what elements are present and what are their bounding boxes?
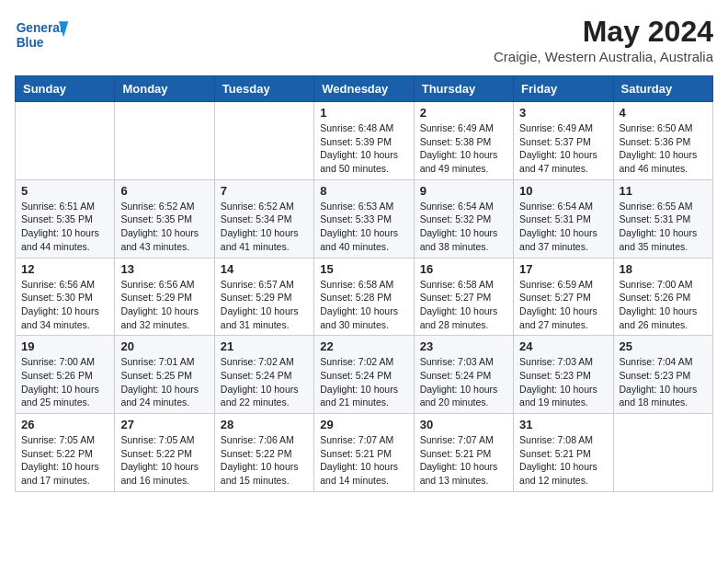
calendar-table: SundayMondayTuesdayWednesdayThursdayFrid… (15, 75, 713, 492)
day-number: 21 (221, 339, 308, 353)
calendar-cell: 2Sunrise: 6:49 AM Sunset: 5:38 PM Daylig… (414, 102, 513, 180)
calendar-cell (115, 102, 214, 180)
day-info: Sunrise: 6:56 AM Sunset: 5:29 PM Dayligh… (120, 278, 208, 332)
calendar-cell: 9Sunrise: 6:54 AM Sunset: 5:32 PM Daylig… (414, 179, 513, 258)
calendar-week-row: 19Sunrise: 7:00 AM Sunset: 5:26 PM Dayli… (16, 336, 713, 414)
title-block: May 2024 Craigie, Western Australia, Aus… (494, 15, 713, 64)
calendar-cell: 22Sunrise: 7:02 AM Sunset: 5:24 PM Dayli… (314, 336, 414, 414)
calendar-cell: 14Sunrise: 6:57 AM Sunset: 5:29 PM Dayli… (214, 258, 313, 336)
day-number: 17 (519, 262, 607, 276)
calendar-cell: 15Sunrise: 6:58 AM Sunset: 5:28 PM Dayli… (314, 258, 414, 336)
day-number: 10 (519, 184, 607, 198)
calendar-cell: 11Sunrise: 6:55 AM Sunset: 5:31 PM Dayli… (613, 179, 712, 258)
weekday-header: Tuesday (214, 76, 313, 102)
calendar-cell: 3Sunrise: 6:49 AM Sunset: 5:37 PM Daylig… (514, 102, 613, 180)
calendar-cell: 10Sunrise: 6:54 AM Sunset: 5:31 PM Dayli… (514, 179, 613, 258)
calendar-cell: 18Sunrise: 7:00 AM Sunset: 5:26 PM Dayli… (613, 258, 712, 336)
day-info: Sunrise: 6:52 AM Sunset: 5:35 PM Dayligh… (120, 200, 208, 254)
day-info: Sunrise: 7:03 AM Sunset: 5:23 PM Dayligh… (519, 355, 607, 409)
page-subtitle: Craigie, Western Australia, Australia (494, 49, 713, 64)
weekday-header: Sunday (16, 76, 115, 102)
day-info: Sunrise: 6:51 AM Sunset: 5:35 PM Dayligh… (21, 200, 108, 254)
weekday-header: Thursday (414, 76, 513, 102)
day-number: 16 (420, 262, 507, 276)
calendar-cell (613, 414, 712, 492)
calendar-cell: 6Sunrise: 6:52 AM Sunset: 5:35 PM Daylig… (115, 179, 214, 258)
day-number: 29 (320, 418, 407, 431)
day-number: 11 (620, 184, 707, 198)
calendar-cell: 30Sunrise: 7:07 AM Sunset: 5:21 PM Dayli… (414, 414, 513, 492)
calendar-cell: 24Sunrise: 7:03 AM Sunset: 5:23 PM Dayli… (514, 336, 613, 414)
calendar-cell: 23Sunrise: 7:03 AM Sunset: 5:24 PM Dayli… (414, 336, 513, 414)
calendar-cell: 31Sunrise: 7:08 AM Sunset: 5:21 PM Dayli… (514, 414, 613, 492)
logo-icon: General Blue (15, 15, 70, 53)
calendar-week-row: 12Sunrise: 6:56 AM Sunset: 5:30 PM Dayli… (16, 258, 713, 336)
calendar-cell: 7Sunrise: 6:52 AM Sunset: 5:34 PM Daylig… (214, 179, 313, 258)
day-number: 26 (21, 418, 108, 431)
day-number: 22 (320, 339, 407, 353)
calendar-cell (16, 102, 115, 180)
calendar-week-row: 26Sunrise: 7:05 AM Sunset: 5:22 PM Dayli… (16, 414, 713, 492)
calendar-cell: 27Sunrise: 7:05 AM Sunset: 5:22 PM Dayli… (115, 414, 214, 492)
day-number: 23 (420, 339, 507, 353)
calendar-week-row: 1Sunrise: 6:48 AM Sunset: 5:39 PM Daylig… (16, 102, 713, 180)
weekday-header: Saturday (613, 76, 712, 102)
day-number: 27 (120, 418, 208, 431)
calendar-cell: 17Sunrise: 6:59 AM Sunset: 5:27 PM Dayli… (514, 258, 613, 336)
day-info: Sunrise: 7:05 AM Sunset: 5:22 PM Dayligh… (120, 433, 208, 488)
day-info: Sunrise: 6:57 AM Sunset: 5:29 PM Dayligh… (221, 278, 308, 332)
day-number: 15 (320, 262, 407, 276)
day-info: Sunrise: 6:52 AM Sunset: 5:34 PM Dayligh… (221, 200, 308, 254)
weekday-header: Monday (115, 76, 214, 102)
day-number: 5 (21, 184, 108, 198)
day-number: 31 (519, 418, 607, 431)
day-number: 6 (120, 184, 208, 198)
day-info: Sunrise: 6:58 AM Sunset: 5:28 PM Dayligh… (320, 278, 407, 332)
calendar-cell: 28Sunrise: 7:06 AM Sunset: 5:22 PM Dayli… (214, 414, 313, 492)
svg-text:Blue: Blue (17, 36, 44, 50)
day-info: Sunrise: 7:04 AM Sunset: 5:23 PM Dayligh… (620, 355, 707, 409)
day-info: Sunrise: 6:50 AM Sunset: 5:36 PM Dayligh… (620, 121, 707, 176)
calendar-week-row: 5Sunrise: 6:51 AM Sunset: 5:35 PM Daylig… (16, 179, 713, 258)
svg-text:General: General (17, 21, 63, 35)
calendar-cell: 13Sunrise: 6:56 AM Sunset: 5:29 PM Dayli… (115, 258, 214, 336)
day-info: Sunrise: 6:54 AM Sunset: 5:31 PM Dayligh… (519, 200, 607, 254)
day-info: Sunrise: 6:49 AM Sunset: 5:37 PM Dayligh… (519, 121, 607, 176)
day-info: Sunrise: 7:01 AM Sunset: 5:25 PM Dayligh… (120, 355, 208, 409)
day-number: 28 (221, 418, 308, 431)
calendar-cell: 19Sunrise: 7:00 AM Sunset: 5:26 PM Dayli… (16, 336, 115, 414)
calendar-cell: 26Sunrise: 7:05 AM Sunset: 5:22 PM Dayli… (16, 414, 115, 492)
calendar-cell: 25Sunrise: 7:04 AM Sunset: 5:23 PM Dayli… (613, 336, 712, 414)
day-number: 2 (420, 106, 507, 120)
day-number: 24 (519, 339, 607, 353)
calendar-cell: 8Sunrise: 6:53 AM Sunset: 5:33 PM Daylig… (314, 179, 414, 258)
day-info: Sunrise: 7:05 AM Sunset: 5:22 PM Dayligh… (21, 433, 108, 488)
page-header: General Blue May 2024 Craigie, Western A… (15, 15, 713, 64)
day-number: 12 (21, 262, 108, 276)
day-info: Sunrise: 7:03 AM Sunset: 5:24 PM Dayligh… (420, 355, 507, 409)
day-number: 18 (620, 262, 707, 276)
calendar-cell: 12Sunrise: 6:56 AM Sunset: 5:30 PM Dayli… (16, 258, 115, 336)
day-info: Sunrise: 7:00 AM Sunset: 5:26 PM Dayligh… (620, 278, 707, 332)
day-info: Sunrise: 6:54 AM Sunset: 5:32 PM Dayligh… (420, 200, 507, 254)
weekday-header: Wednesday (314, 76, 414, 102)
day-number: 4 (620, 106, 707, 120)
day-info: Sunrise: 7:06 AM Sunset: 5:22 PM Dayligh… (221, 433, 308, 488)
day-info: Sunrise: 7:02 AM Sunset: 5:24 PM Dayligh… (320, 355, 407, 409)
day-info: Sunrise: 7:07 AM Sunset: 5:21 PM Dayligh… (420, 433, 507, 488)
day-info: Sunrise: 7:00 AM Sunset: 5:26 PM Dayligh… (21, 355, 108, 409)
day-number: 25 (620, 339, 707, 353)
logo: General Blue (15, 15, 70, 53)
calendar-cell: 29Sunrise: 7:07 AM Sunset: 5:21 PM Dayli… (314, 414, 414, 492)
day-info: Sunrise: 6:53 AM Sunset: 5:33 PM Dayligh… (320, 200, 407, 254)
day-number: 13 (120, 262, 208, 276)
calendar-cell: 16Sunrise: 6:58 AM Sunset: 5:27 PM Dayli… (414, 258, 513, 336)
calendar-cell: 1Sunrise: 6:48 AM Sunset: 5:39 PM Daylig… (314, 102, 414, 180)
day-info: Sunrise: 7:08 AM Sunset: 5:21 PM Dayligh… (519, 433, 607, 488)
day-info: Sunrise: 7:07 AM Sunset: 5:21 PM Dayligh… (320, 433, 407, 488)
day-number: 8 (320, 184, 407, 198)
day-number: 19 (21, 339, 108, 353)
calendar-cell (214, 102, 313, 180)
calendar-cell: 5Sunrise: 6:51 AM Sunset: 5:35 PM Daylig… (16, 179, 115, 258)
calendar-cell: 20Sunrise: 7:01 AM Sunset: 5:25 PM Dayli… (115, 336, 214, 414)
